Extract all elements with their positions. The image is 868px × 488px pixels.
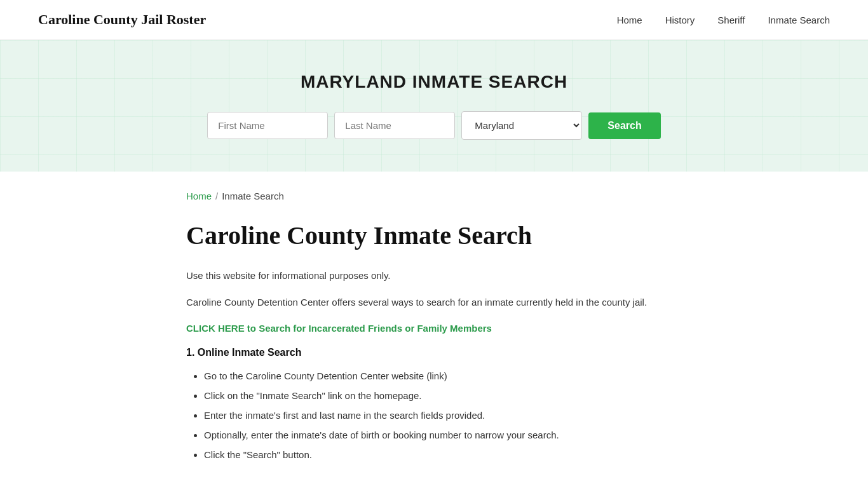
hero-banner: MARYLAND INMATE SEARCH Maryland Alabama … bbox=[0, 40, 868, 172]
breadcrumb: Home / Inmate Search bbox=[186, 191, 682, 201]
state-select[interactable]: Maryland Alabama Alaska Arizona Arkansas… bbox=[461, 111, 582, 140]
click-link-wrapper: CLICK HERE to Search for Incarcerated Fr… bbox=[186, 320, 682, 337]
bullet-list: Go to the Caroline County Detention Cent… bbox=[186, 367, 682, 463]
list-item: Enter the inmate's first and last name i… bbox=[204, 407, 682, 424]
list-item: Optionally, enter the inmate's date of b… bbox=[204, 426, 682, 444]
site-title: Caroline County Jail Roster bbox=[38, 11, 206, 28]
search-button[interactable]: Search bbox=[588, 112, 660, 139]
first-name-input[interactable] bbox=[207, 112, 328, 139]
breadcrumb-separator: / bbox=[215, 191, 218, 201]
intro-para-2: Caroline County Detention Center offers … bbox=[186, 294, 682, 311]
breadcrumb-home[interactable]: Home bbox=[186, 191, 212, 201]
page-title: Caroline County Inmate Search bbox=[186, 220, 682, 251]
hero-title: MARYLAND INMATE SEARCH bbox=[13, 72, 855, 92]
nav-history[interactable]: History bbox=[665, 15, 695, 25]
list-item: Click the "Search" button. bbox=[204, 446, 682, 463]
list-item: Click on the "Inmate Search" link on the… bbox=[204, 387, 682, 404]
list-item: Go to the Caroline County Detention Cent… bbox=[204, 367, 682, 384]
main-content: Home / Inmate Search Caroline County Inm… bbox=[148, 172, 720, 488]
click-here-link[interactable]: CLICK HERE to Search for Incarcerated Fr… bbox=[186, 323, 492, 334]
intro-para-1: Use this website for informational purpo… bbox=[186, 268, 682, 284]
site-nav: Home History Sheriff Inmate Search bbox=[617, 15, 830, 25]
nav-inmate-search[interactable]: Inmate Search bbox=[768, 15, 830, 25]
nav-sheriff[interactable]: Sheriff bbox=[717, 15, 745, 25]
search-form: Maryland Alabama Alaska Arizona Arkansas… bbox=[13, 111, 855, 140]
last-name-input[interactable] bbox=[334, 112, 455, 139]
nav-home[interactable]: Home bbox=[617, 15, 642, 25]
site-header: Caroline County Jail Roster Home History… bbox=[0, 0, 868, 40]
section1-heading: 1. Online Inmate Search bbox=[186, 347, 682, 358]
breadcrumb-current: Inmate Search bbox=[222, 191, 284, 201]
